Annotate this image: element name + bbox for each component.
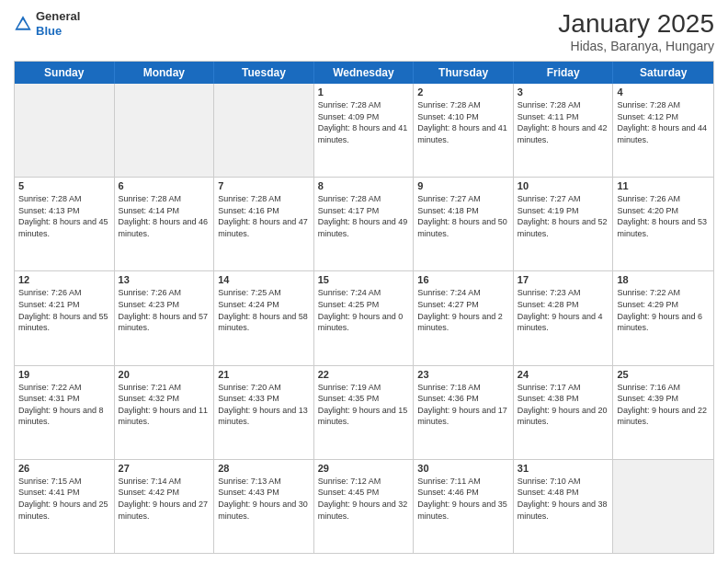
day-number: 15	[318, 274, 410, 285]
calendar-cell: 10Sunrise: 7:27 AM Sunset: 4:19 PM Dayli…	[514, 178, 614, 270]
calendar: SundayMondayTuesdayWednesdayThursdayFrid…	[14, 61, 714, 554]
day-info: Sunrise: 7:24 AM Sunset: 4:25 PM Dayligh…	[318, 287, 410, 333]
day-number: 26	[18, 463, 110, 474]
calendar-cell: 19Sunrise: 7:22 AM Sunset: 4:31 PM Dayli…	[15, 366, 115, 459]
day-number: 14	[218, 274, 310, 285]
day-number: 7	[218, 180, 310, 191]
calendar-cell: 6Sunrise: 7:28 AM Sunset: 4:14 PM Daylig…	[115, 178, 215, 270]
day-info: Sunrise: 7:28 AM Sunset: 4:10 PM Dayligh…	[417, 99, 509, 145]
weekday-header: Thursday	[414, 62, 514, 84]
day-number: 10	[518, 180, 609, 191]
day-number: 6	[119, 180, 210, 191]
header: General Blue January 2025 Hidas, Baranya…	[14, 9, 714, 53]
calendar-title: January 2025	[558, 9, 714, 39]
calendar-cell: 14Sunrise: 7:25 AM Sunset: 4:24 PM Dayli…	[214, 271, 314, 364]
weekday-header: Friday	[514, 62, 614, 84]
day-info: Sunrise: 7:10 AM Sunset: 4:48 PM Dayligh…	[518, 476, 609, 522]
calendar-cell: 11Sunrise: 7:26 AM Sunset: 4:20 PM Dayli…	[613, 178, 713, 270]
calendar-cell: 28Sunrise: 7:13 AM Sunset: 4:43 PM Dayli…	[214, 460, 314, 553]
calendar-week-row: 5Sunrise: 7:28 AM Sunset: 4:13 PM Daylig…	[15, 178, 713, 271]
day-info: Sunrise: 7:28 AM Sunset: 4:17 PM Dayligh…	[318, 193, 410, 239]
logo: General Blue	[14, 9, 80, 38]
calendar-cell: 29Sunrise: 7:12 AM Sunset: 4:45 PM Dayli…	[314, 460, 415, 553]
calendar-week-row: 19Sunrise: 7:22 AM Sunset: 4:31 PM Dayli…	[15, 366, 713, 460]
day-info: Sunrise: 7:27 AM Sunset: 4:19 PM Dayligh…	[518, 193, 609, 239]
day-number: 1	[318, 86, 410, 98]
day-info: Sunrise: 7:12 AM Sunset: 4:45 PM Dayligh…	[318, 476, 410, 522]
calendar-cell	[15, 84, 115, 177]
calendar-cell: 21Sunrise: 7:20 AM Sunset: 4:33 PM Dayli…	[214, 366, 314, 459]
day-number: 21	[218, 369, 310, 380]
day-number: 8	[318, 180, 410, 191]
calendar-body: 1Sunrise: 7:28 AM Sunset: 4:09 PM Daylig…	[15, 84, 713, 553]
calendar-cell: 30Sunrise: 7:11 AM Sunset: 4:46 PM Dayli…	[414, 460, 514, 553]
calendar-week-row: 1Sunrise: 7:28 AM Sunset: 4:09 PM Daylig…	[15, 84, 713, 178]
day-info: Sunrise: 7:21 AM Sunset: 4:32 PM Dayligh…	[119, 382, 210, 428]
weekday-header: Saturday	[613, 62, 713, 84]
day-info: Sunrise: 7:18 AM Sunset: 4:36 PM Dayligh…	[417, 382, 509, 428]
day-info: Sunrise: 7:27 AM Sunset: 4:18 PM Dayligh…	[417, 193, 509, 239]
day-number: 2	[417, 86, 509, 98]
title-section: January 2025 Hidas, Baranya, Hungary	[558, 9, 714, 53]
logo-general: General	[36, 9, 80, 24]
calendar-cell: 5Sunrise: 7:28 AM Sunset: 4:13 PM Daylig…	[15, 178, 115, 270]
day-number: 17	[518, 274, 609, 285]
calendar-subtitle: Hidas, Baranya, Hungary	[558, 39, 714, 53]
calendar-cell: 18Sunrise: 7:22 AM Sunset: 4:29 PM Dayli…	[613, 271, 713, 364]
calendar-cell: 24Sunrise: 7:17 AM Sunset: 4:38 PM Dayli…	[514, 366, 614, 459]
day-info: Sunrise: 7:20 AM Sunset: 4:33 PM Dayligh…	[218, 382, 310, 428]
day-info: Sunrise: 7:28 AM Sunset: 4:13 PM Dayligh…	[18, 193, 110, 239]
calendar-cell: 7Sunrise: 7:28 AM Sunset: 4:16 PM Daylig…	[214, 178, 314, 270]
day-info: Sunrise: 7:13 AM Sunset: 4:43 PM Dayligh…	[218, 476, 310, 522]
day-info: Sunrise: 7:26 AM Sunset: 4:20 PM Dayligh…	[617, 193, 710, 239]
weekday-header: Sunday	[15, 62, 115, 84]
calendar-cell: 27Sunrise: 7:14 AM Sunset: 4:42 PM Dayli…	[115, 460, 215, 553]
day-number: 9	[417, 180, 509, 191]
calendar-cell: 3Sunrise: 7:28 AM Sunset: 4:11 PM Daylig…	[514, 84, 614, 177]
day-number: 24	[518, 369, 609, 380]
page: General Blue January 2025 Hidas, Baranya…	[0, 0, 728, 563]
day-info: Sunrise: 7:26 AM Sunset: 4:23 PM Dayligh…	[119, 287, 210, 333]
day-info: Sunrise: 7:28 AM Sunset: 4:14 PM Dayligh…	[119, 193, 210, 239]
calendar-cell: 4Sunrise: 7:28 AM Sunset: 4:12 PM Daylig…	[613, 84, 713, 177]
day-number: 19	[18, 369, 110, 380]
weekday-header: Tuesday	[214, 62, 314, 84]
calendar-cell: 20Sunrise: 7:21 AM Sunset: 4:32 PM Dayli…	[115, 366, 215, 459]
day-number: 16	[417, 274, 509, 285]
day-number: 25	[617, 369, 710, 380]
day-info: Sunrise: 7:22 AM Sunset: 4:29 PM Dayligh…	[617, 287, 710, 333]
calendar-cell	[613, 460, 713, 553]
day-number: 22	[318, 369, 410, 380]
calendar-week-row: 26Sunrise: 7:15 AM Sunset: 4:41 PM Dayli…	[15, 460, 713, 553]
calendar-cell: 13Sunrise: 7:26 AM Sunset: 4:23 PM Dayli…	[115, 271, 215, 364]
day-number: 30	[417, 463, 509, 474]
calendar-cell: 9Sunrise: 7:27 AM Sunset: 4:18 PM Daylig…	[414, 178, 514, 270]
day-number: 27	[119, 463, 210, 474]
calendar-cell	[214, 84, 314, 177]
calendar-cell: 23Sunrise: 7:18 AM Sunset: 4:36 PM Dayli…	[414, 366, 514, 459]
day-number: 4	[617, 86, 710, 98]
calendar-cell: 16Sunrise: 7:24 AM Sunset: 4:27 PM Dayli…	[414, 271, 514, 364]
day-number: 3	[518, 86, 609, 98]
day-info: Sunrise: 7:23 AM Sunset: 4:28 PM Dayligh…	[518, 287, 609, 333]
calendar-cell: 15Sunrise: 7:24 AM Sunset: 4:25 PM Dayli…	[314, 271, 415, 364]
weekday-header: Wednesday	[314, 62, 415, 84]
calendar-cell: 8Sunrise: 7:28 AM Sunset: 4:17 PM Daylig…	[314, 178, 415, 270]
calendar-cell: 17Sunrise: 7:23 AM Sunset: 4:28 PM Dayli…	[514, 271, 614, 364]
day-number: 11	[617, 180, 710, 191]
logo-text: General Blue	[36, 9, 80, 38]
day-number: 20	[119, 369, 210, 380]
day-info: Sunrise: 7:14 AM Sunset: 4:42 PM Dayligh…	[119, 476, 210, 522]
calendar-cell: 25Sunrise: 7:16 AM Sunset: 4:39 PM Dayli…	[613, 366, 713, 459]
day-number: 23	[417, 369, 509, 380]
logo-icon	[14, 15, 32, 33]
day-info: Sunrise: 7:28 AM Sunset: 4:16 PM Dayligh…	[218, 193, 310, 239]
day-info: Sunrise: 7:24 AM Sunset: 4:27 PM Dayligh…	[417, 287, 509, 333]
calendar-cell: 31Sunrise: 7:10 AM Sunset: 4:48 PM Dayli…	[514, 460, 614, 553]
calendar-header: SundayMondayTuesdayWednesdayThursdayFrid…	[15, 62, 713, 84]
calendar-cell: 2Sunrise: 7:28 AM Sunset: 4:10 PM Daylig…	[414, 84, 514, 177]
day-number: 5	[18, 180, 110, 191]
day-info: Sunrise: 7:16 AM Sunset: 4:39 PM Dayligh…	[617, 382, 710, 428]
day-number: 13	[119, 274, 210, 285]
day-info: Sunrise: 7:17 AM Sunset: 4:38 PM Dayligh…	[518, 382, 609, 428]
